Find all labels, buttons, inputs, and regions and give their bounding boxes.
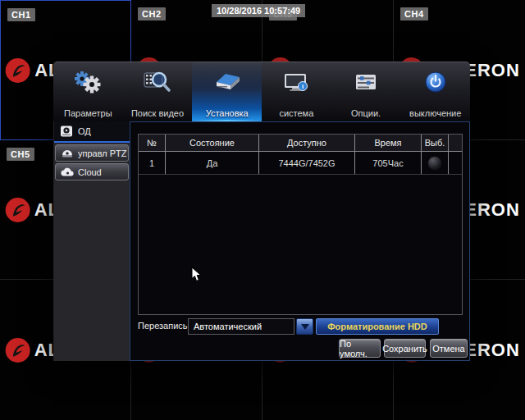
tab-label: выключение [409,108,461,118]
tab-shutdown[interactable]: выключение [400,62,470,121]
overwrite-dropdown[interactable]: Автоматический [188,318,294,335]
channel-label: CH5 [7,148,34,161]
settings-dialog: Параметры Поиск видео Установка [53,62,470,361]
system-info-icon: i [281,68,312,98]
save-button[interactable]: Сохранить [384,339,426,358]
save-button-label: Сохранить [382,344,427,354]
default-button[interactable]: По умолч. [339,339,381,358]
hdd-table-row[interactable]: 1 Да 7444G/7452G 705Час [139,152,462,175]
tab-label: Опции. [351,108,381,118]
dvr-screen: CH1 ALTERON CH2 ALTERON CH3 ALTERON CH4 … [0,0,525,420]
hdd-icon [212,68,243,98]
tab-label: Поиск видео [131,108,184,118]
dialog-content: № Состояние Доступно Время Выб. 1 Да 744… [130,121,470,361]
hdd-table-header: № Состояние Доступно Время Выб. [139,135,462,152]
sidebar-item-cloud[interactable]: Cloud [55,163,129,180]
power-icon [420,68,451,98]
tab-label: система [279,108,313,118]
cancel-button-label: Отмена [432,344,464,354]
dialog-sidebar: ОД управл PTZ Cloud [53,121,130,361]
col-header-select: Выб. [422,135,449,151]
col-header-time: Время [355,135,422,151]
tab-options[interactable]: Опции. [331,62,401,121]
tab-video-search[interactable]: Поиск видео [123,62,193,121]
disk-icon [60,126,73,137]
cell-select [422,152,449,174]
sidebar-item-ptz[interactable]: управл PTZ [55,144,129,162]
tab-label: Параметры [64,108,112,118]
col-header-available: Доступно [259,135,355,151]
brand-logo-icon [5,197,30,222]
brand-logo-icon [5,57,30,83]
channel-label: CH1 [7,8,35,21]
sidebar-item-label: управл PTZ [78,148,127,158]
tab-system[interactable]: i система [262,62,331,121]
format-hdd-button[interactable]: Форматирование HDD [316,318,439,335]
sidebar-item-label: ОД [78,126,91,136]
overwrite-label: Перезапись [138,321,188,331]
video-search-icon [142,68,173,98]
cell-state: Да [166,152,259,174]
cancel-button[interactable]: Отмена [430,339,468,358]
cell-available: 7444G/7452G [259,152,355,174]
cell-spacer [449,152,462,174]
col-header-number: № [139,135,166,151]
dialog-tab-bar: Параметры Поиск видео Установка [53,62,470,121]
sliders-icon [350,68,381,98]
format-hdd-button-label: Форматирование HDD [327,322,427,331]
cell-number: 1 [139,152,166,174]
cloud-icon [61,167,74,178]
overwrite-dropdown-value: Автоматический [194,322,262,331]
overwrite-dropdown-arrow[interactable] [296,318,313,335]
sidebar-item-hdd[interactable]: ОД [54,121,130,143]
default-button-label: По умолч. [340,339,380,358]
col-header-spacer [449,135,462,151]
brand-logo-icon [5,337,30,363]
tab-label: Установка [206,108,249,118]
tab-parameters[interactable]: Параметры [53,62,123,121]
mouse-cursor [191,267,202,285]
cell-time: 705Час [355,152,422,174]
tab-setup[interactable]: Установка [192,62,262,121]
hdd-table: № Состояние Доступно Время Выб. 1 Да 744… [138,134,463,315]
channel-label: CH4 [400,7,428,21]
sidebar-item-label: Cloud [78,167,102,177]
channel-label: CH2 [138,7,166,21]
chevron-down-icon [301,324,309,330]
gears-icon [72,68,103,98]
svg-text:i: i [302,83,304,90]
col-header-state: Состояние [166,135,259,151]
hdd-select-radio[interactable] [427,156,442,171]
timestamp-badge: 10/28/2016 10:57:49 [212,4,305,17]
ptz-camera-icon [61,148,74,159]
